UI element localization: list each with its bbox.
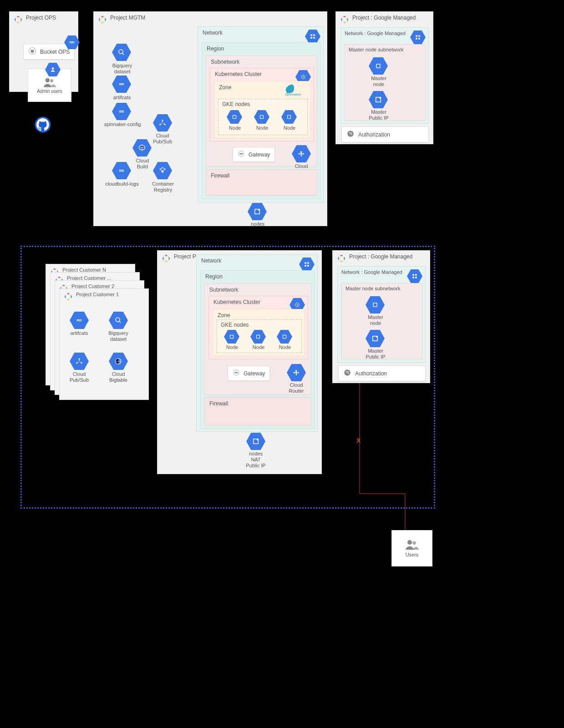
managed-top-title: Project : Google Managed (352, 15, 416, 21)
managed-bottom-master-ip-label: Master Public IP (360, 348, 391, 360)
vpc-hex-icon (305, 30, 320, 43)
svg-point-51 (297, 304, 298, 305)
fingerprint-icon (343, 369, 351, 378)
panel-google-managed-bottom: Project : Google Managed Network : Googl… (332, 250, 430, 383)
mgtm-zone-label: Zone (219, 84, 231, 91)
mgtm-subnet-label: Subnetwork (211, 59, 239, 65)
svg-rect-26 (288, 116, 291, 119)
prod-gateway-label: Gateway (244, 370, 265, 377)
node-hex-icon (254, 110, 269, 124)
managed-bottom-network-label: Network : Google Managed (341, 269, 402, 275)
cloud-pubsub-label: Cloud Pub/Sub (148, 133, 177, 145)
prod-gateway-chip: Gateway (228, 366, 270, 381)
spinnaker-config-label: spinnaker-config (102, 121, 143, 127)
bucket-ops-label: Bucket OPS (40, 49, 70, 55)
gateway-icon (238, 150, 245, 159)
pubsub-hex-icon (70, 353, 89, 370)
prod-network-label: Network (201, 258, 221, 264)
authorization-bottom-label: Authorization (355, 370, 387, 377)
panel-project-ops: Project OPS Bucket OPS Admin users (9, 11, 78, 92)
node-1-label: Node (226, 125, 244, 131)
svg-rect-31 (416, 35, 417, 37)
svg-point-17 (162, 171, 164, 173)
svg-rect-34 (418, 38, 420, 40)
customer-artifacts-label: artifcats (65, 330, 93, 336)
svg-rect-15 (119, 170, 124, 170)
master-ip-label: Master Public IP (363, 109, 394, 121)
svg-rect-25 (260, 116, 264, 119)
prod-firewall-box: Firewall (204, 397, 311, 425)
cloudbuild-logs-label: cloudbuild-logs (103, 181, 141, 187)
prod-gke-box: GKE nodes Node Node Node (217, 319, 302, 353)
node-hex-icon (224, 330, 239, 344)
cloud-router-hex-icon (292, 145, 311, 162)
prod-subnet-label: Subnetwork (209, 287, 238, 293)
gcp-logo-icon (63, 292, 73, 302)
gcp-logo-icon (336, 253, 346, 263)
prod-region-box: Region Subnetwork Kubernetes Cluster Zon… (200, 270, 315, 429)
gateway-icon (233, 369, 240, 378)
svg-point-38 (347, 131, 354, 137)
users-card: Users (391, 530, 432, 566)
prod-region-label: Region (205, 273, 223, 280)
master-node-label: Master node (363, 76, 394, 87)
svg-point-30 (258, 209, 259, 211)
svg-point-65 (376, 336, 377, 338)
node-2-label: Node (253, 125, 271, 131)
fingerprint-icon (346, 130, 355, 139)
container-registry-hex-icon (153, 162, 172, 179)
prod-network-box: Network Region Subnetwork Kubernetes Clu… (196, 254, 318, 432)
customer-pubsub-label: Cloud Pub/Sub (65, 371, 93, 383)
bucket-icon (28, 47, 36, 56)
prod-nodes-out-hex-icon (246, 433, 265, 450)
authorization-chip-top: Authorization (341, 126, 429, 142)
svg-rect-35 (376, 64, 380, 68)
panel-project-prod: Project PROD Network Region Subnetwork K… (157, 250, 322, 474)
customer-bigquery-label: Bigquery dataset (103, 330, 133, 342)
users-icon (43, 77, 56, 87)
svg-point-37 (379, 97, 381, 99)
cloudbuild-logs-hex-icon (112, 162, 131, 179)
svg-point-67 (407, 540, 412, 545)
gateway-label: Gateway (249, 152, 270, 158)
prod-cloud-router-label: Cloud Router (283, 382, 310, 394)
prod-nodes-out-label: nodes NAT Public IP (239, 451, 272, 469)
users-icon (405, 539, 419, 550)
vpc-hex-icon (407, 269, 422, 283)
artifacts-hex-icon (112, 76, 131, 93)
mgtm-gateway-chip: Gateway (233, 147, 275, 162)
svg-rect-61 (412, 277, 414, 278)
svg-point-42 (79, 358, 80, 359)
vpc-hex-icon (410, 30, 426, 44)
prod-node-3: Node (276, 344, 294, 350)
master-node-hex-icon (366, 296, 385, 313)
svg-rect-28 (240, 153, 243, 155)
svg-point-23 (303, 76, 304, 77)
container-registry-label: Container Registry (147, 181, 178, 193)
gcp-logo-icon (13, 15, 23, 25)
svg-rect-32 (418, 35, 420, 37)
panel-google-managed-top: Project : Google Managed Network : Googl… (335, 11, 433, 144)
svg-rect-20 (310, 37, 312, 39)
master-node-hex-icon (369, 57, 388, 75)
mgtm-cluster-label: Kubernetes Cluster (215, 71, 262, 77)
node-3-label: Node (280, 125, 299, 131)
bigquery-hex-icon (109, 312, 128, 329)
customer-bigtable-label: Cloud Bigtable (103, 371, 133, 383)
customer-1-title: Project Customer 1 (76, 292, 119, 297)
svg-rect-40 (77, 321, 82, 321)
mgtm-firewall-label: Firewall (211, 172, 229, 179)
svg-rect-10 (119, 111, 124, 111)
nodes-out-hex-icon (248, 203, 267, 220)
cloud-pubsub-hex-icon (153, 114, 172, 131)
prod-node-2: Node (249, 344, 268, 350)
svg-rect-52 (230, 335, 234, 339)
project-ops-title: Project OPS (26, 15, 56, 21)
svg-rect-54 (283, 335, 286, 339)
bigtable-hex-icon (109, 353, 128, 370)
svg-rect-62 (415, 277, 417, 278)
svg-rect-2 (70, 43, 75, 43)
prod-subnet-box: Subnetwork Kubernetes Cluster Zone GKE n… (204, 283, 311, 395)
authorization-label: Authorization (358, 131, 390, 138)
svg-point-3 (46, 78, 50, 82)
